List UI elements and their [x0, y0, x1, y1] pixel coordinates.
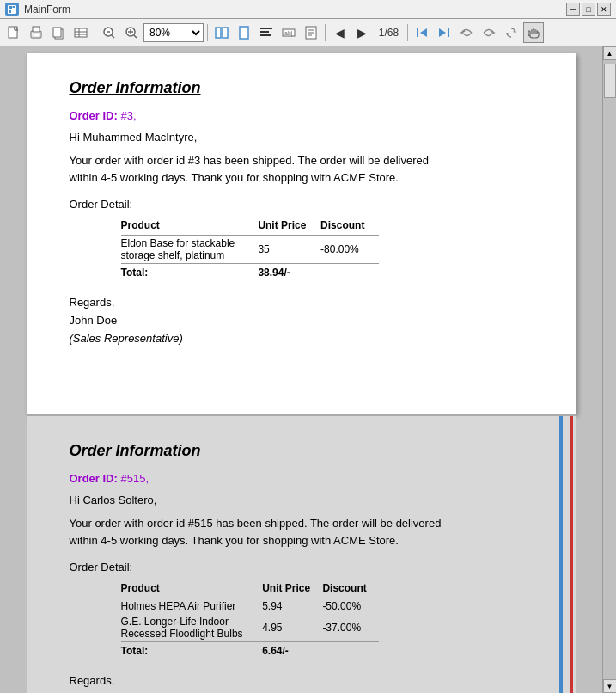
svg-rect-1 — [9, 6, 12, 9]
svg-rect-3 — [9, 10, 11, 13]
text-button[interactable] — [256, 22, 277, 43]
zoom-out-button[interactable] — [121, 22, 142, 43]
svg-rect-11 — [75, 28, 87, 37]
page2-regards: Regards, John Doe (Sales Representative) — [70, 672, 534, 693]
bar-red — [570, 416, 573, 693]
page2-product-1: Holmes HEPA Air Purifier — [121, 598, 263, 615]
page2-order-id-label: Order ID: — [70, 472, 118, 485]
scroll-up-arrow[interactable]: ▲ — [603, 46, 617, 60]
svg-marker-37 — [439, 28, 446, 37]
svg-rect-25 — [260, 28, 272, 29]
page1-message: Your order with order id #3 has been shi… — [70, 152, 534, 186]
zoom-select[interactable]: 80% 50% 75% 100% 125% 150% — [143, 23, 204, 42]
field-button[interactable]: ab| — [278, 22, 299, 43]
page2-order-table: Product Unit Price Discount Holmes HEPA … — [121, 580, 379, 659]
page1-order-table: Product Unit Price Discount Eldon Base f… — [121, 218, 379, 280]
page2-discount-1: -50.00% — [322, 598, 378, 615]
page2-col-product: Product — [121, 580, 263, 598]
svg-rect-26 — [260, 31, 269, 33]
toolbar-sep-1 — [95, 24, 95, 41]
page1-total-label: Total: — [121, 264, 259, 281]
page-2: Order Information Order ID: #515, Hi Car… — [27, 414, 576, 693]
svg-rect-27 — [260, 34, 271, 36]
maximize-button[interactable]: □ — [582, 3, 595, 16]
page1-title-italic: (Sales Representative) — [70, 332, 183, 345]
svg-line-16 — [112, 34, 115, 38]
main-area: Order Information Order ID: #3, Hi Muham… — [0, 46, 616, 693]
toolbar-sep-3 — [325, 24, 326, 41]
single-page-button[interactable] — [234, 22, 254, 43]
last-page-button[interactable] — [434, 22, 454, 43]
page1-total-row: Total: 38.94/- — [121, 264, 379, 281]
page2-total-label: Total: — [121, 642, 263, 659]
forward-button[interactable] — [479, 22, 499, 43]
scroll-track[interactable] — [603, 60, 617, 679]
scrollbar-right[interactable]: ▲ ▼ — [602, 46, 616, 693]
scroll-thumb[interactable] — [604, 64, 616, 98]
print-button[interactable] — [26, 22, 46, 43]
svg-rect-2 — [13, 6, 16, 8]
page2-product-2: G.E. Longer-Life IndoorRecessed Floodlig… — [121, 614, 263, 642]
page-1: Order Information Order ID: #3, Hi Muham… — [27, 53, 576, 414]
refresh-button[interactable] — [501, 22, 521, 43]
svg-rect-22 — [216, 28, 221, 38]
svg-rect-34 — [417, 28, 418, 37]
bar-blue — [559, 416, 563, 693]
window-title: MainForm — [24, 3, 70, 15]
page2-order-detail-label: Order Detail: — [70, 561, 534, 573]
report-button[interactable] — [301, 22, 321, 43]
svg-rect-36 — [448, 28, 449, 37]
title-bar-buttons: ─ □ ✕ — [566, 3, 611, 16]
next-page-button[interactable]: ▶ — [351, 22, 372, 43]
svg-rect-24 — [240, 27, 248, 39]
title-bar-left: MainForm — [5, 3, 70, 16]
minimize-button[interactable]: ─ — [566, 3, 580, 16]
svg-line-19 — [134, 34, 137, 38]
copy-button[interactable] — [48, 22, 69, 43]
scroll-down-arrow[interactable]: ▼ — [603, 679, 617, 693]
table-button[interactable] — [70, 22, 91, 43]
page2-price-2: 4.95 — [262, 614, 322, 642]
first-page-button[interactable] — [412, 22, 432, 43]
page2-discount-2: -37.00% — [322, 614, 378, 642]
page2-greeting: Hi Carlos Soltero, — [70, 494, 534, 506]
layout-button[interactable] — [211, 22, 232, 43]
zoom-in-button[interactable] — [99, 22, 119, 43]
page1-price-1: 35 — [258, 236, 320, 264]
close-button[interactable]: ✕ — [597, 3, 611, 16]
page1-order-id-label: Order ID: — [70, 109, 118, 122]
colored-bars — [559, 416, 576, 693]
page1-greeting: Hi Muhammed MacIntyre, — [70, 131, 534, 144]
toolbar-sep-2 — [207, 24, 208, 41]
page-2-wrapper: Order Information Order ID: #515, Hi Car… — [0, 414, 602, 693]
page2-total-row: Total: 6.64/- — [121, 642, 379, 659]
page1-order-id-line: Order ID: #3, — [70, 109, 534, 122]
back-button[interactable] — [456, 22, 477, 43]
page1-discount-1: -80.00% — [320, 236, 378, 264]
page1-title: Order Information — [70, 79, 534, 97]
new-button[interactable] — [3, 22, 24, 43]
page1-col-product: Product — [121, 218, 259, 236]
page1-name: John Doe — [70, 314, 118, 327]
page2-col-discount: Discount — [322, 580, 378, 598]
page1-col-discount: Discount — [320, 218, 378, 236]
page1-order-id-value: #3, — [118, 109, 137, 122]
page1-col-price: Unit Price — [258, 218, 320, 236]
svg-text:ab|: ab| — [284, 30, 293, 37]
title-bar: MainForm ─ □ ✕ — [0, 0, 616, 19]
page2-price-1: 5.94 — [262, 598, 322, 615]
svg-rect-7 — [33, 27, 40, 32]
page1-regards: Regards, John Doe (Sales Representative) — [70, 294, 534, 347]
page2-order-id-line: Order ID: #515, — [70, 472, 534, 485]
page1-regards-text: Regards, — [70, 296, 115, 309]
hand-tool-button[interactable] — [523, 22, 544, 43]
toolbar-sep-4 — [407, 24, 408, 41]
page1-total-value: 38.94/- — [258, 264, 378, 281]
svg-rect-10 — [53, 28, 61, 37]
table-row: Holmes HEPA Air Purifier 5.94 -50.00% — [121, 598, 379, 615]
pages-container: Order Information Order ID: #3, Hi Muham… — [0, 46, 602, 693]
prev-page-button[interactable]: ◀ — [329, 22, 350, 43]
table-row: Eldon Base for stackablestorage shelf, p… — [121, 236, 379, 264]
page2-total-value: 6.64/- — [262, 642, 378, 659]
svg-rect-23 — [223, 28, 228, 38]
